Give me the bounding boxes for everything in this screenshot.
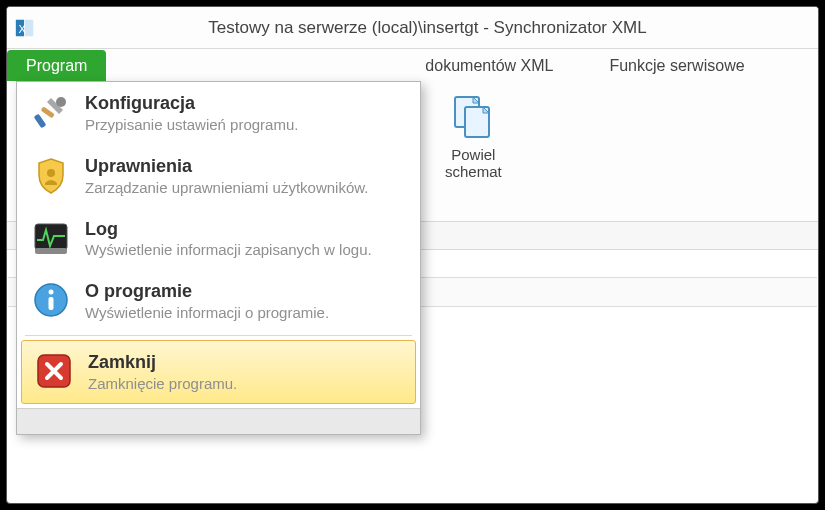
tabstrip: Program dokumentów XML Funkcje serwisowe <box>7 49 818 81</box>
menu-separator <box>25 335 412 336</box>
menu-item-desc: Przypisanie ustawień programu. <box>85 116 406 134</box>
copy-pages-icon <box>449 93 497 141</box>
tab-program[interactable]: Program <box>7 50 106 81</box>
svg-point-10 <box>47 169 55 177</box>
close-icon <box>34 351 74 391</box>
menu-item-title: O programie <box>85 282 406 302</box>
menu-item-oprogramie[interactable]: O programie Wyświetlenie informacji o pr… <box>17 270 420 333</box>
svg-rect-12 <box>35 248 67 254</box>
svg-text:X: X <box>19 22 27 34</box>
menu-item-title: Zamknij <box>88 353 403 373</box>
ribbon-button-powiel-schemat[interactable]: Powiel schemat <box>431 89 516 199</box>
svg-rect-7 <box>34 114 47 129</box>
menu-item-title: Log <box>85 220 406 240</box>
menu-item-zamknij[interactable]: Zamknij Zamknięcie programu. <box>21 340 416 404</box>
menu-item-title: Uprawnienia <box>85 157 406 177</box>
svg-point-9 <box>56 97 66 107</box>
tab-service-functions[interactable]: Funkcje serwisowe <box>590 50 763 81</box>
svg-point-14 <box>49 290 54 295</box>
app-icon: X <box>13 16 37 40</box>
menu-item-konfiguracja[interactable]: Konfiguracja Przypisanie ustawień progra… <box>17 82 420 145</box>
program-menu: Konfiguracja Przypisanie ustawień progra… <box>16 81 421 435</box>
menu-item-title: Konfiguracja <box>85 94 406 114</box>
titlebar: X Testowy na serwerze (local)\insertgt -… <box>7 7 818 49</box>
info-icon <box>31 280 71 320</box>
menu-item-desc: Wyświetlenie informacji zapisanych w log… <box>85 241 406 259</box>
menu-item-uprawnienia[interactable]: Uprawnienia Zarządzanie uprawnieniami uż… <box>17 145 420 208</box>
menu-item-desc: Wyświetlenie informacji o programie. <box>85 304 406 322</box>
svg-rect-8 <box>41 106 55 118</box>
window-title: Testowy na serwerze (local)\insertgt - S… <box>43 18 812 38</box>
menu-item-desc: Zamknięcie programu. <box>88 375 403 393</box>
svg-rect-1 <box>25 19 33 36</box>
menu-item-log[interactable]: Log Wyświetlenie informacji zapisanych w… <box>17 208 420 271</box>
ribbon-button-label: Powiel schemat <box>445 147 502 180</box>
tab-documents-xml[interactable]: dokumentów XML <box>406 50 572 81</box>
menu-footer <box>17 408 420 434</box>
tools-icon <box>31 92 71 132</box>
app-window: X Testowy na serwerze (local)\insertgt -… <box>6 6 819 504</box>
shield-icon <box>31 155 71 195</box>
menu-item-desc: Zarządzanie uprawnieniami użytkowników. <box>85 179 406 197</box>
svg-rect-15 <box>49 297 54 310</box>
activity-monitor-icon <box>31 218 71 258</box>
